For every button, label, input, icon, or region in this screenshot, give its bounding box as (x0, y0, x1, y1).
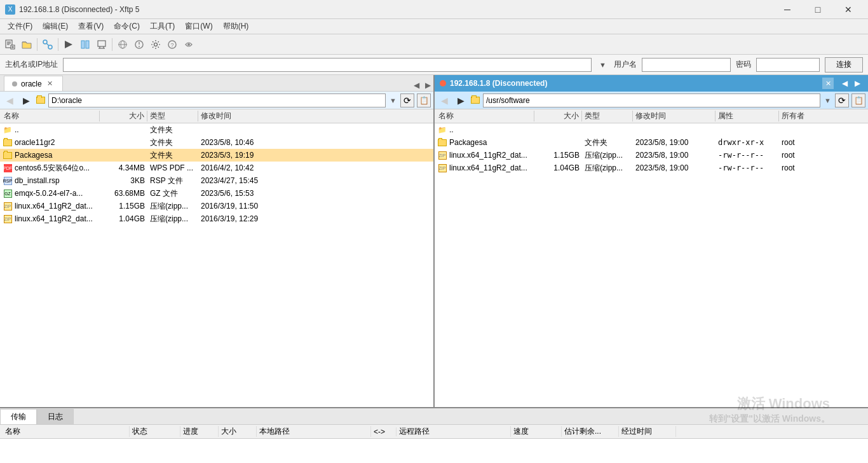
left-panel-prev-arrow[interactable]: ◀ (410, 79, 422, 91)
file-size-cell: 1.15GB (534, 151, 582, 160)
tb-btn-3[interactable] (61, 37, 76, 52)
left-copy-button[interactable]: 📋 (417, 93, 431, 107)
username-input[interactable] (642, 58, 731, 72)
file-name-cell: 📁.. (436, 125, 534, 134)
left-file-list: 📁.. 文件夹 oracle11gr2 文件夹 2023/5/8, 10:46 … (0, 123, 433, 407)
right-tab-close[interactable]: ✕ (822, 78, 834, 89)
left-file-row[interactable]: oracle11gr2 文件夹 2023/5/8, 10:46 (0, 136, 433, 149)
svg-text:?: ? (171, 42, 174, 48)
file-owner-cell: root (779, 163, 830, 172)
file-perms-cell: -rw-r--r-- (715, 151, 779, 160)
svg-line-9 (46, 43, 49, 46)
right-tab-label: 192.168.1.8 (Disconnected) (450, 79, 547, 88)
menu-window[interactable]: 窗口(W) (180, 20, 217, 33)
maximize-button[interactable]: □ (803, 0, 832, 19)
connect-button[interactable] (40, 37, 55, 52)
menu-file[interactable]: 文件(F) (3, 20, 37, 33)
right-col-name-header[interactable]: 名称 (436, 111, 534, 121)
left-path-input[interactable] (48, 93, 386, 107)
transfer-tabs: 传输 日志 (0, 408, 868, 425)
menu-view[interactable]: 查看(V) (73, 20, 109, 33)
right-refresh-button[interactable]: ⟳ (835, 93, 849, 107)
tb-btn-9[interactable]: ? (165, 37, 180, 52)
close-button[interactable]: ✕ (834, 0, 863, 19)
right-panel-prev-arrow[interactable]: ◀ (839, 78, 850, 89)
title-bar: X 192.168.1.8 (Disconnected) - Xftp 5 ─ … (0, 0, 868, 19)
left-file-row[interactable]: ZIPlinux.x64_11gR2_dat... 1.15GB 压缩(zipp… (0, 200, 433, 212)
col-type-header[interactable]: 类型 (147, 111, 198, 121)
tb-btn-5[interactable] (94, 37, 109, 52)
left-file-row[interactable]: PDFcentos6.5安装64位o... 4.34MB WPS PDF ...… (0, 162, 433, 174)
col-name-header[interactable]: 名称 (1, 111, 100, 121)
file-name-cell: PDFcentos6.5安装64位o... (1, 163, 100, 174)
menu-command[interactable]: 命令(C) (109, 20, 145, 33)
right-panel-next-arrow[interactable]: ▶ (851, 78, 863, 89)
col-size-header[interactable]: 大小 (100, 111, 147, 121)
transfer-col-progress: 进度 (180, 426, 219, 437)
file-type-cell: 压缩(zipp... (147, 201, 198, 212)
svg-rect-13 (98, 41, 105, 46)
transfer-col-eta: 估计剩余... (562, 426, 619, 437)
right-path-dropdown[interactable]: ▼ (824, 97, 831, 104)
left-file-row[interactable]: 📁.. 文件夹 (0, 123, 433, 136)
left-file-row[interactable]: RSPdb_install.rsp 3KB RSP 文件 2023/4/27, … (0, 174, 433, 187)
transfer-tab-log[interactable]: 日志 (37, 409, 74, 424)
open-button[interactable] (19, 37, 34, 52)
right-forward-button[interactable]: ▶ (454, 93, 468, 107)
menu-edit[interactable]: 编辑(E) (37, 20, 73, 33)
right-col-type-header[interactable]: 类型 (582, 111, 633, 121)
file-size-cell: 4.34MB (100, 163, 147, 172)
tb-btn-6[interactable] (115, 37, 130, 52)
right-path-input[interactable] (483, 93, 820, 107)
file-size-cell: 63.68MB (100, 189, 147, 198)
file-modified-cell: 2016/3/19, 12:29 (198, 214, 281, 223)
left-refresh-button[interactable]: ⟳ (400, 93, 414, 107)
file-name-cell: ZIPlinux.x64_11gR2_dat... (436, 151, 534, 160)
left-panel-next-arrow[interactable]: ▶ (422, 79, 433, 91)
quick-connect-button[interactable]: 连接 (825, 57, 863, 73)
right-col-perms-header[interactable]: 属性 (715, 111, 779, 121)
pass-label: 密码 (736, 59, 751, 70)
app-icon: X (5, 4, 15, 15)
left-tab-oracle[interactable]: oracle ✕ (4, 76, 63, 91)
transfer-col-status: 状态 (130, 426, 180, 437)
new-session-button[interactable] (3, 37, 18, 52)
left-back-button[interactable]: ◀ (3, 93, 17, 107)
left-file-row[interactable]: ZIPlinux.x64_11gR2_dat... 1.04GB 压缩(zipp… (0, 212, 433, 225)
right-col-header: 名称 大小 类型 修改时间 属性 所有者 (435, 109, 868, 123)
user-label: 用户名 (614, 59, 637, 70)
settings-button[interactable] (148, 37, 163, 52)
svg-rect-12 (86, 41, 89, 48)
left-path-dropdown[interactable]: ▼ (390, 97, 397, 104)
tb-btn-7[interactable] (132, 37, 147, 52)
left-file-row[interactable]: GZemqx-5.0.24-el7-a... 63.68MB GZ 文件 202… (0, 187, 433, 200)
left-forward-button[interactable]: ▶ (19, 93, 33, 107)
right-col-size-header[interactable]: 大小 (534, 111, 582, 121)
right-col-modified-header[interactable]: 修改时间 (633, 111, 715, 121)
right-col-owner-header[interactable]: 所有者 (779, 111, 830, 121)
menu-help[interactable]: 帮助(H) (218, 20, 254, 33)
tb-btn-4[interactable] (78, 37, 93, 52)
minimize-button[interactable]: ─ (773, 0, 802, 19)
left-tab-close[interactable]: ✕ (46, 79, 55, 88)
svg-marker-10 (65, 41, 72, 48)
right-file-row[interactable]: 📁.. (435, 123, 868, 136)
transfer-tab-transfer[interactable]: 传输 (0, 409, 37, 424)
transfer-col-speed: 速度 (511, 426, 562, 437)
col-modified-header[interactable]: 修改时间 (198, 111, 281, 121)
right-panel-title: 192.168.1.8 (Disconnected) ✕ ◀ ▶ (435, 75, 868, 92)
left-file-row[interactable]: Packagesa 文件夹 2023/5/3, 19:19 (0, 149, 433, 162)
file-name-cell: ZIPlinux.x64_11gR2_dat... (1, 214, 100, 223)
host-input[interactable] (63, 58, 592, 72)
menu-tools[interactable]: 工具(T) (145, 20, 180, 33)
password-input[interactable] (756, 58, 820, 72)
tb-btn-10[interactable] (181, 37, 196, 52)
file-perms-cell: drwxr-xr-x (715, 138, 779, 147)
right-copy-button[interactable]: 📋 (851, 93, 865, 107)
right-back-button[interactable]: ◀ (437, 93, 451, 107)
right-file-row[interactable]: ZIPlinux.x64_11gR2_dat... 1.04GB 压缩(zipp… (435, 162, 868, 174)
right-file-row[interactable]: Packagesa 文件夹 2023/5/8, 19:00 drwxr-xr-x… (435, 136, 868, 149)
right-file-row[interactable]: ZIPlinux.x64_11gR2_dat... 1.15GB 压缩(zipp… (435, 149, 868, 162)
transfer-col-name: 名称 (3, 426, 130, 437)
left-panel-toolbar: ◀ ▶ ▼ ⟳ 📋 (0, 92, 433, 109)
